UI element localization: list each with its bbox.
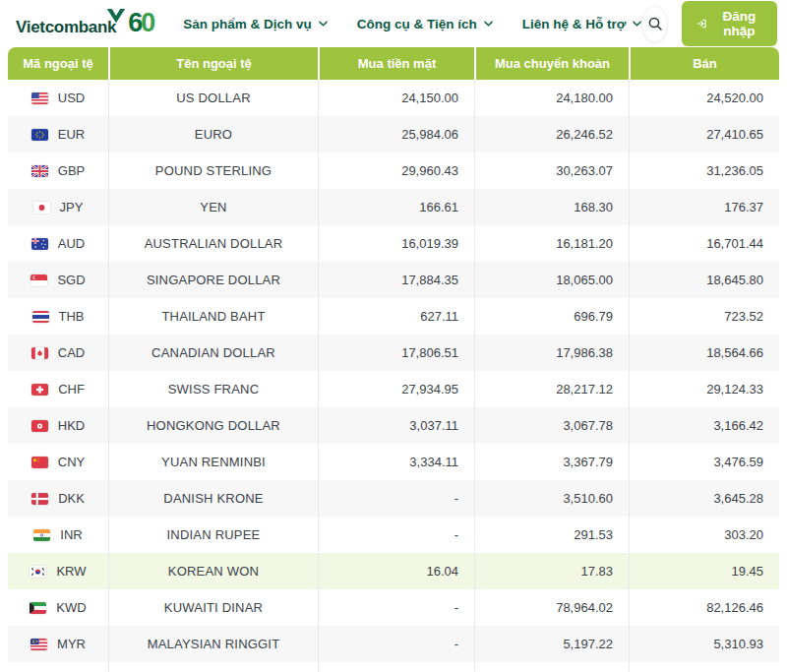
table-row-partial [8,662,779,672]
currency-code-cell: GBP [8,153,108,189]
currency-name-cell: US DOLLAR [108,80,318,116]
flag-kwd-icon [30,602,46,614]
table-row[interactable]: KRW KOREAN WON 16.04 17.83 19.45 [8,553,779,589]
sell-cell: 31,236.05 [629,153,779,189]
vietcombank-logo[interactable]: Vietcombank [16,9,116,39]
currency-code: KRW [56,564,86,579]
buy-transfer-cell: 18,065.00 [474,262,629,298]
currency-name-cell: YEN [108,189,318,225]
buy-cash-cell: - [318,517,474,553]
table-row[interactable]: CAD CANADIAN DOLLAR 17,806.51 17,986.38 … [8,335,779,371]
nav-products-services[interactable]: Sản phẩm & Dịch vụ [183,17,328,31]
buy-cash-cell: 29,960.43 [318,153,474,189]
currency-code-cell: DKK [8,480,108,517]
table-row[interactable]: CNY YUAN RENMINBI 3,334.11 3,367.79 3,47… [8,444,779,480]
currency-name-cell: SINGAPORE DOLLAR [108,262,318,298]
table-row[interactable]: USD US DOLLAR 24,150.00 24,180.00 24,520… [8,80,779,116]
currency-code-cell: JPY [8,189,108,225]
sell-cell: 3,166.42 [629,407,779,444]
currency-code-cell: KWD [8,589,108,626]
buy-cash-cell: 24,150.00 [318,80,474,116]
currency-name-cell: EURO [108,116,318,153]
table-row[interactable]: JPY YEN 166.61 168.30 176.37 [8,189,779,225]
buy-transfer-cell: 78,964.02 [474,589,629,626]
flag-dkk-icon [31,493,48,505]
buy-transfer-cell: 3,067.78 [474,407,629,444]
flag-eur-icon [31,129,48,141]
currency-name-cell: HONGKONG DOLLAR [108,407,318,444]
currency-code: SGD [57,273,85,287]
table-header-row: Mã ngoại tệ Tên ngoại tệ Mua tiền mặt Mu… [8,47,779,80]
exchange-rates-table: Mã ngoại tệ Tên ngoại tệ Mua tiền mặt Mu… [8,47,779,672]
currency-name-cell: CANADIAN DOLLAR [108,335,318,371]
flag-cad-icon [31,347,48,359]
table-body: USD US DOLLAR 24,150.00 24,180.00 24,520… [8,80,779,662]
topbar: Vietcombank 60 Sản phẩm & Dịch vụ Công c… [0,0,787,47]
nav-tools-utilities[interactable]: Công cụ & Tiện ích [357,17,493,31]
search-icon [647,16,663,31]
currency-name-cell: POUND STERLING [108,153,318,189]
flag-aud-icon [31,238,48,250]
login-button[interactable]: Đăng nhập [682,1,777,46]
currency-name-cell: SWISS FRANC [108,371,318,407]
table-row[interactable]: THB THAILAND BAHT 627.11 696.79 723.52 [8,298,779,335]
currency-code-cell: THB [8,298,108,335]
sell-cell: 19.45 [629,553,779,589]
sell-cell: 723.52 [629,298,779,335]
buy-transfer-cell: 17,986.38 [474,335,629,371]
buy-cash-cell: - [318,626,474,662]
buy-transfer-cell: 3,510.60 [474,480,629,517]
nav-contact-support[interactable]: Liên hệ & Hỗ trợ [522,17,642,31]
currency-code: KWD [56,600,86,615]
table-row[interactable]: DKK DANISH KRONE - 3,510.60 3,645.28 [8,480,779,517]
buy-cash-cell: 16.04 [318,553,474,589]
vietcombank-v-icon [106,9,126,24]
buy-cash-cell: - [318,480,474,517]
buy-transfer-cell: 5,197.22 [474,626,629,662]
sell-cell: 3,476.59 [629,444,779,480]
buy-transfer-cell: 16,181.20 [474,225,629,262]
table-row[interactable]: INR INDIAN RUPEE - 291.53 303.20 [8,517,779,553]
sell-cell: 24,520.00 [629,80,779,116]
currency-code-cell: HKD [8,407,108,444]
brand-name: Vietcombank [16,19,116,39]
table-row[interactable]: HKD HONGKONG DOLLAR 3,037.11 3,067.78 3,… [8,407,779,444]
col-header-currency-code: Mã ngoại tệ [8,47,108,80]
buy-transfer-cell: 696.79 [474,298,629,335]
buy-transfer-cell: 26,246.52 [474,116,629,153]
col-header-buy-transfer: Mua chuyển khoản [474,47,629,80]
currency-name-cell: KUWAITI DINAR [108,589,318,626]
buy-cash-cell: 17,806.51 [318,335,474,371]
chevron-down-icon [633,21,641,27]
chevron-down-icon [319,21,328,27]
currency-code: EUR [58,127,85,142]
currency-code: USD [58,91,85,105]
currency-code: CHF [58,382,85,397]
currency-code-cell: EUR [8,116,108,153]
flag-sgd-icon [30,275,47,286]
table-row[interactable]: SGD SINGAPORE DOLLAR 17,884.35 18,065.00… [8,262,779,298]
buy-transfer-cell: 30,263.07 [474,153,629,189]
buy-transfer-cell: 28,217.12 [474,371,629,407]
table-row[interactable]: AUD AUSTRALIAN DOLLAR 16,019.39 16,181.2… [8,225,779,262]
table-row[interactable]: CHF SWISS FRANC 27,934.95 28,217.12 29,1… [8,371,779,407]
nav-label: Sản phẩm & Dịch vụ [183,17,312,31]
buy-cash-cell: - [318,589,474,626]
search-button[interactable] [641,6,668,42]
currency-code: AUD [58,236,85,251]
sell-cell: 176.37 [629,189,779,225]
currency-name-cell: AUSTRALIAN DOLLAR [108,225,318,262]
col-header-buy-cash: Mua tiền mặt [318,47,474,80]
table-row[interactable]: MYR MALAYSIAN RINGGIT - 5,197.22 5,310.9… [8,626,779,662]
table-row[interactable]: EUR EURO 25,984.06 26,246.52 27,410.65 [8,116,779,153]
buy-transfer-cell: 168.30 [474,189,629,225]
table-row[interactable]: GBP POUND STERLING 29,960.43 30,263.07 3… [8,153,779,189]
table-row[interactable]: KWD KUWAITI DINAR - 78,964.02 82,126.46 [8,589,779,626]
currency-code: CAD [58,345,85,360]
flag-thb-icon [32,311,49,323]
currency-code: DKK [58,491,85,506]
currency-code-cell: SGD [8,262,108,298]
flag-usd-icon [31,92,48,104]
sell-cell: 29,124.33 [629,371,779,407]
buy-cash-cell: 166.61 [318,189,474,225]
